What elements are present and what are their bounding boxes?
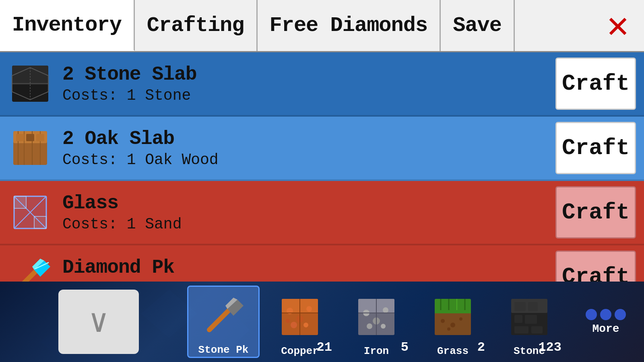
stone-slab-info: 2 Stone Slab Costs: 1 Stone xyxy=(62,64,555,104)
oak-slab-icon xyxy=(8,126,52,170)
craft-glass-button[interactable]: Craft xyxy=(555,186,636,239)
dot-1 xyxy=(586,309,597,320)
svg-rect-12 xyxy=(26,134,34,141)
tab-free-diamonds[interactable]: Free Diamonds xyxy=(258,0,441,51)
close-button[interactable]: ✕ xyxy=(592,0,644,51)
bottom-bar: ∨ Stone Pk xyxy=(0,282,644,362)
copper-count: 21 xyxy=(317,340,332,355)
svg-rect-17 xyxy=(14,196,26,208)
stone-block-icon xyxy=(503,291,555,343)
grass-label: Grass xyxy=(435,345,471,358)
craft-item-glass: Glass Costs: 1 Sand Craft xyxy=(0,181,644,245)
crafting-list: 2 Stone Slab Costs: 1 Stone Craft xyxy=(0,52,644,282)
slot-copper[interactable]: 21 Copper xyxy=(264,286,336,358)
svg-point-51 xyxy=(367,323,372,329)
chevron-down-icon: ∨ xyxy=(89,302,108,341)
stone-pickaxe-slot-icon xyxy=(197,290,250,342)
svg-point-59 xyxy=(450,323,455,327)
tab-save[interactable]: Save xyxy=(441,0,515,51)
bottom-slots-container: ∨ Stone Pk xyxy=(0,282,644,362)
copper-label: Copper xyxy=(279,345,321,358)
craft-item-stone-slab: 2 Stone Slab Costs: 1 Stone Craft xyxy=(0,52,644,117)
more-label: More xyxy=(592,323,619,335)
more-dots-icon xyxy=(586,309,626,320)
iron-label: Iron xyxy=(361,345,391,358)
stone-count: 123 xyxy=(538,340,561,355)
grass-count: 2 xyxy=(477,340,485,355)
stone-slab-icon xyxy=(8,62,52,106)
iron-block-icon xyxy=(350,291,402,343)
svg-point-52 xyxy=(381,324,386,329)
svg-point-40 xyxy=(306,306,312,312)
diamond-pk-name: Diamond Pk xyxy=(62,257,555,278)
diamond-pk-info: Diamond Pk Costs: 10 Wood, 15 Diamond xyxy=(62,257,555,282)
diamond-pickaxe-icon xyxy=(8,255,52,282)
svg-line-32 xyxy=(209,310,229,330)
dot-3 xyxy=(615,309,626,320)
glass-info: Glass Costs: 1 Sand xyxy=(62,192,555,233)
more-button[interactable]: More xyxy=(570,286,642,358)
iron-count: 5 xyxy=(401,340,409,355)
oak-slab-info: 2 Oak Slab Costs: 1 Oak Wood xyxy=(62,128,555,169)
svg-rect-72 xyxy=(514,326,528,333)
oak-slab-cost: Costs: 1 Oak Wood xyxy=(62,151,555,169)
svg-point-43 xyxy=(286,319,290,323)
svg-point-61 xyxy=(447,327,450,331)
glass-icon xyxy=(8,190,52,234)
dot-2 xyxy=(600,309,611,320)
slot-stone[interactable]: 123 Stone xyxy=(493,286,566,358)
header: Inventory Crafting Free Diamonds Save ✕ xyxy=(0,0,644,52)
slot-iron[interactable]: 5 Iron xyxy=(340,286,413,358)
scroll-down-button[interactable]: ∨ xyxy=(58,290,139,354)
glass-cost: Costs: 1 Sand xyxy=(62,216,555,233)
svg-rect-74 xyxy=(511,299,547,313)
oak-slab-name: 2 Oak Slab xyxy=(62,128,555,150)
svg-point-58 xyxy=(441,319,445,323)
grass-block-icon xyxy=(427,291,479,343)
tab-inventory[interactable]: Inventory xyxy=(0,0,135,51)
glass-name: Glass xyxy=(62,192,555,214)
svg-rect-70 xyxy=(514,315,522,323)
svg-rect-13 xyxy=(36,134,44,141)
stone-slab-cost: Costs: 1 Stone xyxy=(62,87,555,104)
slot-grass[interactable]: 2 Grass xyxy=(417,286,489,358)
svg-rect-71 xyxy=(525,315,537,324)
stone-slab-name: 2 Stone Slab xyxy=(62,64,555,85)
svg-line-19 xyxy=(16,271,36,282)
craft-oak-slab-button[interactable]: Craft xyxy=(555,122,636,174)
svg-point-60 xyxy=(459,317,462,321)
craft-item-oak-slab: 2 Oak Slab Costs: 1 Oak Wood Craft xyxy=(0,117,644,181)
svg-rect-11 xyxy=(16,134,24,141)
svg-point-41 xyxy=(291,322,297,328)
tab-crafting[interactable]: Crafting xyxy=(135,0,258,51)
stone-pickaxe-label: Stone Pk xyxy=(196,343,251,357)
svg-point-42 xyxy=(303,323,308,327)
slot-stone-pickaxe[interactable]: Stone Pk xyxy=(187,286,260,358)
craft-stone-slab-button[interactable]: Craft xyxy=(555,58,636,110)
craft-item-diamond-pk: Diamond Pk Costs: 10 Wood, 15 Diamond Cr… xyxy=(0,245,644,282)
svg-rect-73 xyxy=(531,326,543,333)
svg-rect-57 xyxy=(435,310,471,313)
copper-block-icon xyxy=(274,291,326,343)
svg-point-50 xyxy=(383,307,388,313)
svg-rect-18 xyxy=(34,216,46,228)
craft-diamond-pk-button[interactable]: Craft xyxy=(555,251,636,282)
